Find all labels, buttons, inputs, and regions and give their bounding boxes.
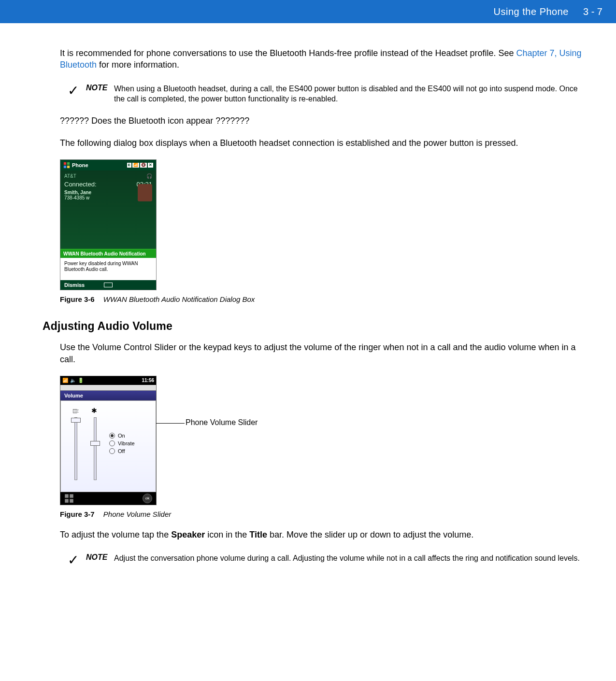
title-word: Title [249, 530, 267, 539]
svg-rect-3 [67, 166, 70, 168]
notification-panel: WWAN Bluetooth Audio Notification Power … [60, 249, 156, 280]
dialog-intro: The following dialog box displays when a… [60, 137, 583, 149]
note-block-2: ✓ NOTE Adjust the conversation phone vol… [60, 551, 583, 568]
carrier-label: AT&T [64, 173, 76, 179]
windows-start-icon[interactable] [64, 494, 74, 503]
callout-line [156, 423, 185, 424]
phone-screenshot-2: 📶 🔈 🔋 11:56 Volume ◫: ✱ [60, 376, 157, 505]
volume-intro: Use the Volume Control Slider or the key… [60, 341, 583, 365]
svg-rect-1 [67, 162, 70, 165]
intro-paragraph: It is recommended for phone conversation… [60, 47, 583, 71]
note-label: NOTE [86, 551, 114, 562]
svg-rect-0 [64, 162, 66, 165]
device-volume-icon: ◫: [72, 408, 79, 414]
figure-7-caption: Figure 3-7 Phone Volume Slider [60, 510, 583, 518]
figure-7-number: Figure 3-7 [60, 510, 95, 518]
notification-title: WWAN Bluetooth Audio Notification [60, 250, 156, 258]
connected-label: Connected: [64, 181, 97, 188]
figure-6-text: WWAN Bluetooth Audio Notification Dialog… [103, 295, 255, 303]
ok-button[interactable]: ok [143, 494, 152, 503]
note-text: Adjust the conversation phone volume dur… [114, 551, 580, 564]
slider-thumb[interactable] [90, 441, 100, 446]
svg-rect-2 [64, 166, 66, 168]
figure-6: Phone E 📶 🔇 ✕ AT&T 🎧 Connected: 02:21 [60, 159, 583, 303]
radio-on-label: On [118, 433, 125, 439]
question-line: ?????? Does the Bluetooth icon appear ??… [60, 115, 583, 127]
phone-screenshot-1: Phone E 📶 🔇 ✕ AT&T 🎧 Connected: 02:21 [60, 159, 157, 290]
svg-rect-4 [65, 494, 69, 498]
phone-volume-icon: ✱ [91, 407, 97, 414]
phone-volume-slider[interactable] [94, 417, 97, 480]
windows-start-icon [63, 162, 70, 169]
edge-icon: E [127, 163, 131, 168]
figure-6-caption: Figure 3-6 WWAN Bluetooth Audio Notifica… [60, 295, 583, 303]
phone-softkey-bar: Dismiss [60, 280, 156, 290]
clock: 11:56 [142, 378, 154, 383]
contact-avatar [138, 184, 152, 201]
svg-rect-6 [65, 499, 69, 503]
phone-app-title: Phone [72, 162, 88, 168]
phone-title-bar: Phone E 📶 🔇 ✕ [60, 160, 156, 170]
keyboard-icon[interactable] [104, 283, 113, 287]
radio-on[interactable]: On [109, 433, 135, 439]
intro-text-b: for more information. [97, 60, 179, 70]
dismiss-button[interactable]: Dismiss [64, 282, 85, 288]
close-icon: ✕ [148, 163, 153, 168]
intro-text-a: It is recommended for phone conversation… [60, 48, 516, 58]
speaker-icon: 🔇 [140, 163, 147, 168]
figure-7-text: Phone Volume Slider [103, 510, 171, 518]
bottom-bar: ok [60, 492, 156, 505]
speaker-word: Speaker [171, 530, 205, 539]
headset-icon: 🎧 [146, 173, 152, 179]
phone-call-screen: AT&T 🎧 Connected: 02:21 Smith, Jane 738-… [60, 170, 156, 249]
svg-rect-7 [70, 499, 73, 503]
device-volume-slider[interactable] [74, 417, 77, 480]
page-header: Using the Phone 3 - 7 [0, 0, 616, 23]
radio-off-label: Off [118, 448, 125, 454]
battery-icon: 🔋 [78, 378, 84, 383]
figure-6-number: Figure 3-6 [60, 295, 95, 303]
radio-vibrate[interactable]: Vibrate [109, 440, 135, 446]
svg-rect-5 [70, 494, 73, 498]
ring-mode-radios: On Vibrate Off [109, 433, 135, 456]
volume-panel-title: Volume [60, 391, 156, 400]
section-heading: Adjusting Audio Volume [43, 320, 583, 333]
notification-body: Power key disabled during WWAN Bluetooth… [60, 258, 156, 280]
checkmark-icon: ✓ [60, 82, 86, 99]
signal-icon: 📶 [62, 378, 68, 383]
slider-thumb[interactable] [71, 418, 81, 423]
callout-label: Phone Volume Slider [186, 418, 258, 427]
header-title: Using the Phone [494, 6, 569, 17]
volume-panel: ◫: ✱ On Vibrate [60, 400, 156, 492]
radio-vibrate-label: Vibrate [118, 440, 135, 446]
toolbar-strip [60, 385, 156, 391]
speaker-icon: 🔈 [70, 378, 76, 383]
radio-off[interactable]: Off [109, 448, 135, 454]
signal-icon: 📶 [132, 163, 139, 168]
header-page-number: 3 - 7 [583, 6, 602, 17]
note-label: NOTE [86, 82, 114, 92]
status-bar: 📶 🔈 🔋 11:56 [60, 376, 156, 385]
note-block-1: ✓ NOTE When using a Bluetooth headset, d… [60, 82, 583, 104]
note-text: When using a Bluetooth headset, during a… [114, 82, 583, 104]
checkmark-icon: ✓ [60, 551, 86, 568]
adjust-instruction: To adjust the volume tap the Speaker ico… [60, 529, 583, 540]
figure-7: 📶 🔈 🔋 11:56 Volume ◫: ✱ [60, 376, 583, 505]
